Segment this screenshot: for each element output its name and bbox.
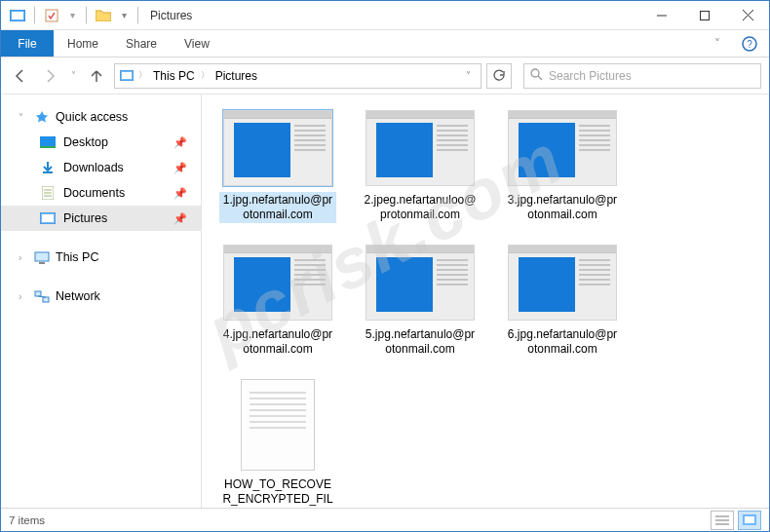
sidebar-label: Quick access [56,110,128,124]
properties-icon[interactable] [43,7,60,24]
breadcrumb-pictures[interactable]: Pictures [213,69,259,83]
item-count: 7 items [9,514,45,526]
image-thumbnail [508,110,617,186]
chevron-right-icon[interactable]: 〉 [138,69,147,82]
tab-home[interactable]: Home [54,30,112,57]
sidebar-item-desktop[interactable]: Desktop 📌 [1,130,201,155]
image-thumbnail [223,110,332,186]
sidebar-item-downloads[interactable]: Downloads 📌 [1,155,201,180]
svg-rect-1 [12,12,23,19]
file-name: 2.jpeg.nefartanuloo@protonmail.com [362,192,479,223]
chevron-right-icon[interactable]: › [19,291,28,302]
file-item[interactable]: 4.jpg.nefartanulo@protonmail.com [217,245,338,358]
pin-icon: 📌 [173,212,187,225]
svg-rect-4 [701,11,710,19]
svg-rect-24 [43,297,49,302]
svg-rect-21 [35,252,49,261]
svg-line-12 [538,76,542,80]
refresh-button[interactable] [486,63,512,89]
folder-dropdown-icon[interactable]: ▾ [118,10,130,20]
ribbon-expand-icon[interactable]: ˅ [705,30,730,57]
file-name: 1.jpg.nefartanulo@protonmail.com [219,192,336,223]
file-list[interactable]: 1.jpg.nefartanulo@protonmail.com2.jpeg.n… [202,95,769,508]
folder-icon [95,7,112,24]
svg-rect-14 [40,146,56,148]
qat-dropdown-icon[interactable]: ▾ [66,10,78,20]
sidebar-this-pc[interactable]: › This PC [1,245,201,270]
window-title: Pictures [150,9,192,22]
svg-rect-20 [42,214,54,222]
sidebar-item-documents[interactable]: Documents 📌 [1,180,201,206]
computer-icon [34,249,50,265]
chevron-down-icon[interactable]: ˅ [19,112,28,123]
status-bar: 7 items [1,508,769,531]
history-dropdown-icon[interactable]: ˅ [67,70,79,81]
sidebar-network[interactable]: › Network [1,284,201,309]
file-name: 3.jpg.nefartanulo@protonmail.com [504,192,621,223]
qat-divider [34,7,35,24]
image-thumbnail [508,245,617,321]
file-name: 4.jpg.nefartanulo@protonmail.com [219,326,336,358]
text-file-icon [241,379,315,471]
sidebar-item-pictures[interactable]: Pictures 📌 [1,206,201,231]
tab-share[interactable]: Share [112,30,171,57]
navigation-pane: ˅ Quick access Desktop 📌 Downloads 📌 Doc… [1,95,202,508]
file-name: 6.jpg.nefartanulo@protonmail.com [504,326,621,358]
image-thumbnail [223,245,332,321]
star-icon [34,109,50,125]
image-thumbnail [366,245,475,321]
close-button[interactable] [726,1,769,30]
back-button[interactable] [9,64,32,88]
file-item[interactable]: 2.jpeg.nefartanuloo@protonmail.com [360,110,481,223]
file-item[interactable]: 5.jpg.nefartanulo@protonmail.com [360,245,481,358]
svg-text:?: ? [747,39,752,50]
pin-icon: 📌 [173,136,187,149]
documents-icon [40,185,56,201]
svg-point-11 [531,69,539,77]
app-icon [9,7,26,24]
location-icon [119,68,135,84]
maximize-button[interactable] [683,1,726,30]
chevron-right-icon[interactable]: › [19,252,28,263]
search-input[interactable] [549,69,754,83]
thumbnails-view-button[interactable] [738,511,761,530]
details-view-button[interactable] [711,511,734,530]
file-name: 5.jpg.nefartanulo@protonmail.com [362,326,479,358]
image-thumbnail [366,110,475,186]
pin-icon: 📌 [173,162,187,174]
svg-rect-2 [46,10,58,21]
file-tab[interactable]: File [1,30,54,57]
svg-rect-30 [745,516,754,523]
ribbon: File Home Share View ˅ ? [1,30,769,57]
desktop-icon [40,134,56,150]
svg-rect-10 [122,72,132,79]
qat-divider-2 [86,7,87,24]
search-icon [530,68,543,84]
tab-view[interactable]: View [171,30,223,57]
file-item[interactable]: HOW_TO_RECOVER_ENCRYPTED_FILES.txt [217,379,338,508]
file-item[interactable]: 6.jpg.nefartanulo@protonmail.com [502,245,623,358]
address-bar-row: ˅ 〉 This PC 〉 Pictures ˅ [1,57,769,95]
help-icon[interactable]: ? [730,30,769,57]
quick-access-toolbar: ▾ ▾ Pictures [1,7,200,24]
chevron-right-icon[interactable]: 〉 [201,69,210,82]
network-icon [34,288,50,304]
file-name: HOW_TO_RECOVER_ENCRYPTED_FILES.txt [219,476,336,508]
up-button[interactable] [85,64,108,88]
address-dropdown-icon[interactable]: ˅ [460,70,477,81]
svg-line-25 [38,296,46,297]
svg-rect-13 [40,136,56,146]
svg-rect-22 [39,262,45,264]
downloads-icon [40,160,56,175]
sidebar-quick-access[interactable]: ˅ Quick access [1,104,201,130]
forward-button[interactable] [38,64,61,88]
minimize-button[interactable] [640,1,683,30]
file-item[interactable]: 3.jpg.nefartanulo@protonmail.com [502,110,623,223]
breadcrumb-this-pc[interactable]: This PC [151,69,197,83]
search-box[interactable] [523,63,761,89]
file-item[interactable]: 1.jpg.nefartanulo@protonmail.com [217,110,338,223]
pin-icon: 📌 [173,187,187,200]
title-bar: ▾ ▾ Pictures [1,1,769,30]
svg-rect-23 [35,291,41,296]
address-bar[interactable]: 〉 This PC 〉 Pictures ˅ [114,63,481,89]
